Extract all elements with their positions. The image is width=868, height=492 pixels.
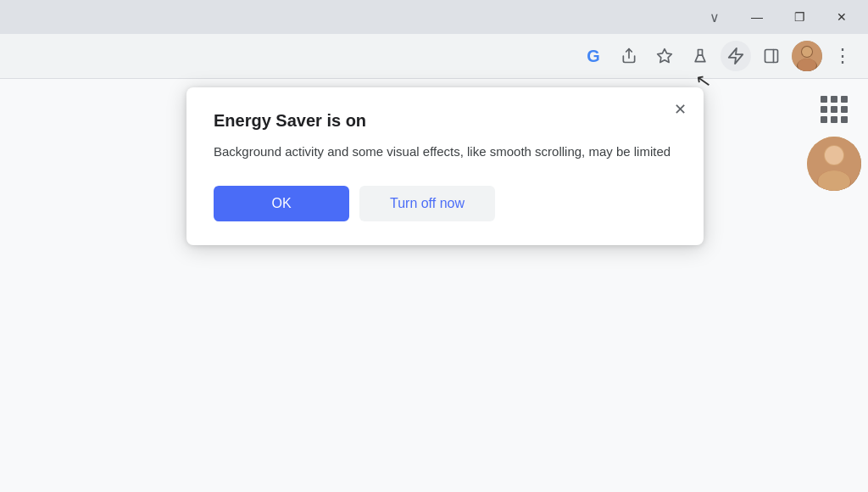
share-button[interactable] [614,41,644,71]
toolbar: G [0,34,868,78]
grid-dot [841,96,848,103]
close-icon: ✕ [674,100,687,119]
apps-grid-icon[interactable] [821,96,848,123]
more-menu-button[interactable]: ⋮ [827,41,858,71]
grid-dot [831,116,837,123]
minimize-icon: — [751,10,763,24]
grid-dot [821,96,827,103]
svg-point-8 [802,47,812,57]
google-icon-button[interactable]: G [578,41,609,71]
page-content: ✕ Energy Saver is on Background activity… [0,79,868,492]
turn-off-now-button[interactable]: Turn off now [359,186,495,221]
profile-avatar[interactable] [792,41,822,71]
share-icon [620,48,637,64]
grid-dot [831,106,837,113]
maximize-button[interactable]: ❐ [780,3,819,31]
sidebar-icon [763,48,780,64]
grid-dot [841,116,848,123]
ok-button[interactable]: OK [214,186,349,221]
energy-saver-icon [726,47,745,65]
avatar-image [792,41,822,71]
energy-saver-popup: ✕ Energy Saver is on Background activity… [186,87,704,245]
maximize-icon: ❐ [794,10,805,24]
star-icon [656,48,673,64]
popup-close-button[interactable]: ✕ [668,98,692,121]
right-panel [800,79,868,492]
close-button[interactable]: ✕ [822,3,861,31]
minimize-button[interactable]: — [737,3,776,31]
popup-actions: OK Turn off now [214,186,676,221]
bookmark-button[interactable] [649,41,680,71]
chevron-button[interactable]: ∨ [695,3,734,31]
browser-chrome: G [0,34,868,79]
grid-dot [831,96,837,103]
energy-saver-button[interactable] [721,41,751,71]
grid-dot [821,116,827,123]
svg-rect-3 [765,50,778,63]
more-dots-icon: ⋮ [833,47,852,65]
popup-title: Energy Saver is on [214,111,676,131]
flask-icon [692,48,709,64]
grid-dot [821,106,827,113]
labs-button[interactable] [685,41,715,71]
large-avatar[interactable] [807,137,861,191]
sidebar-toggle-button[interactable] [756,41,787,71]
chevron-down-icon: ∨ [709,9,720,25]
svg-point-13 [825,146,843,165]
close-icon: ✕ [837,10,847,24]
google-icon: G [587,47,600,66]
title-bar: ∨ — ❐ ✕ [0,0,868,34]
popup-body: Background activity and some visual effe… [214,143,676,162]
svg-marker-1 [658,49,672,63]
grid-dot [841,106,848,113]
